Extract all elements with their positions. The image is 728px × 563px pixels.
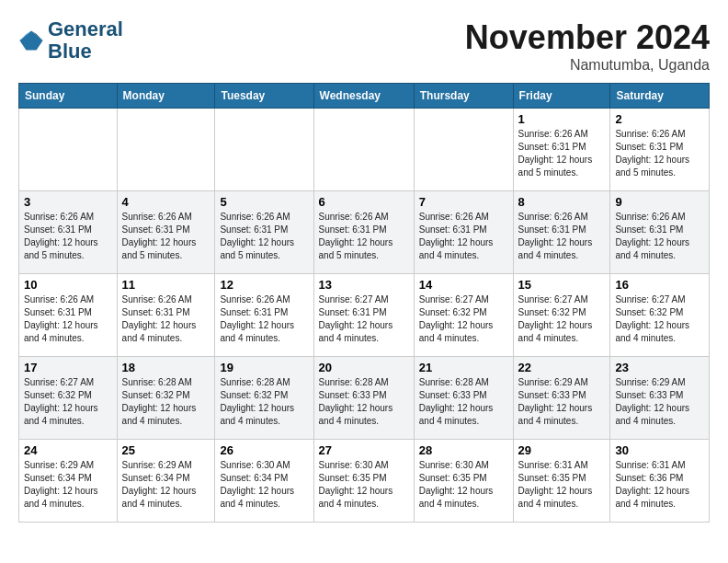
calendar-cell xyxy=(215,109,313,191)
day-number: 24 xyxy=(24,443,112,457)
day-number: 3 xyxy=(24,195,112,209)
day-info: Sunrise: 6:28 AM Sunset: 6:32 PM Dayligh… xyxy=(220,376,308,428)
day-number: 23 xyxy=(615,361,704,374)
calendar-cell: 3Sunrise: 6:26 AM Sunset: 6:31 PM Daylig… xyxy=(19,191,118,274)
day-number: 26 xyxy=(220,443,308,457)
day-number: 9 xyxy=(615,195,704,209)
month-title: November 2024 xyxy=(465,18,710,57)
day-number: 19 xyxy=(220,361,308,374)
calendar-cell: 8Sunrise: 6:26 AM Sunset: 6:31 PM Daylig… xyxy=(513,191,610,274)
day-info: Sunrise: 6:29 AM Sunset: 6:33 PM Dayligh… xyxy=(518,376,606,428)
day-number: 1 xyxy=(518,112,606,126)
calendar-cell: 22Sunrise: 6:29 AM Sunset: 6:33 PM Dayli… xyxy=(513,357,610,440)
calendar-cell: 28Sunrise: 6:30 AM Sunset: 6:35 PM Dayli… xyxy=(414,440,513,523)
day-number: 4 xyxy=(122,195,210,209)
day-info: Sunrise: 6:27 AM Sunset: 6:32 PM Dayligh… xyxy=(615,293,704,345)
day-number: 29 xyxy=(518,443,606,457)
day-info: Sunrise: 6:26 AM Sunset: 6:31 PM Dayligh… xyxy=(518,128,606,179)
day-info: Sunrise: 6:31 AM Sunset: 6:35 PM Dayligh… xyxy=(518,459,606,511)
weekday-header-row: SundayMondayTuesdayWednesdayThursdayFrid… xyxy=(19,84,710,109)
day-number: 17 xyxy=(24,361,112,374)
calendar-cell: 6Sunrise: 6:26 AM Sunset: 6:31 PM Daylig… xyxy=(313,191,414,274)
calendar-cell: 19Sunrise: 6:28 AM Sunset: 6:32 PM Dayli… xyxy=(215,357,313,440)
calendar-cell: 10Sunrise: 6:26 AM Sunset: 6:31 PM Dayli… xyxy=(19,274,118,357)
calendar-cell: 13Sunrise: 6:27 AM Sunset: 6:31 PM Dayli… xyxy=(313,274,414,357)
calendar-cell: 2Sunrise: 6:26 AM Sunset: 6:31 PM Daylig… xyxy=(610,109,710,191)
calendar-cell xyxy=(313,109,414,191)
week-row-4: 17Sunrise: 6:27 AM Sunset: 6:32 PM Dayli… xyxy=(19,357,710,440)
title-section: November 2024 Namutumba, Uganda xyxy=(465,18,710,74)
calendar-cell: 20Sunrise: 6:28 AM Sunset: 6:33 PM Dayli… xyxy=(313,357,414,440)
day-info: Sunrise: 6:29 AM Sunset: 6:34 PM Dayligh… xyxy=(24,459,112,511)
day-info: Sunrise: 6:28 AM Sunset: 6:33 PM Dayligh… xyxy=(419,376,508,428)
day-number: 11 xyxy=(122,278,210,292)
calendar-table: SundayMondayTuesdayWednesdayThursdayFrid… xyxy=(18,83,710,523)
calendar-cell: 15Sunrise: 6:27 AM Sunset: 6:32 PM Dayli… xyxy=(513,274,610,357)
calendar-cell: 24Sunrise: 6:29 AM Sunset: 6:34 PM Dayli… xyxy=(19,440,118,523)
day-number: 5 xyxy=(220,195,308,209)
day-number: 27 xyxy=(319,443,409,457)
day-info: Sunrise: 6:26 AM Sunset: 6:31 PM Dayligh… xyxy=(24,293,112,345)
day-info: Sunrise: 6:28 AM Sunset: 6:33 PM Dayligh… xyxy=(319,376,409,428)
day-number: 21 xyxy=(419,361,508,374)
weekday-header-thursday: Thursday xyxy=(414,84,513,109)
day-info: Sunrise: 6:26 AM Sunset: 6:31 PM Dayligh… xyxy=(24,211,112,262)
day-number: 8 xyxy=(518,195,606,209)
calendar-cell: 25Sunrise: 6:29 AM Sunset: 6:34 PM Dayli… xyxy=(117,440,215,523)
day-info: Sunrise: 6:26 AM Sunset: 6:31 PM Dayligh… xyxy=(615,211,704,262)
svg-marker-0 xyxy=(19,31,42,51)
day-info: Sunrise: 6:28 AM Sunset: 6:32 PM Dayligh… xyxy=(122,376,210,428)
week-row-3: 10Sunrise: 6:26 AM Sunset: 6:31 PM Dayli… xyxy=(19,274,710,357)
weekday-header-tuesday: Tuesday xyxy=(215,84,313,109)
day-info: Sunrise: 6:26 AM Sunset: 6:31 PM Dayligh… xyxy=(122,211,210,262)
day-info: Sunrise: 6:27 AM Sunset: 6:32 PM Dayligh… xyxy=(419,293,508,345)
calendar-cell: 14Sunrise: 6:27 AM Sunset: 6:32 PM Dayli… xyxy=(414,274,513,357)
calendar-cell xyxy=(19,109,118,191)
day-number: 12 xyxy=(220,278,308,292)
week-row-2: 3Sunrise: 6:26 AM Sunset: 6:31 PM Daylig… xyxy=(19,191,710,274)
day-number: 18 xyxy=(122,361,210,374)
day-number: 2 xyxy=(615,112,704,126)
calendar-cell: 23Sunrise: 6:29 AM Sunset: 6:33 PM Dayli… xyxy=(610,357,710,440)
day-info: Sunrise: 6:26 AM Sunset: 6:31 PM Dayligh… xyxy=(518,211,606,262)
calendar-cell: 4Sunrise: 6:26 AM Sunset: 6:31 PM Daylig… xyxy=(117,191,215,274)
day-info: Sunrise: 6:26 AM Sunset: 6:31 PM Dayligh… xyxy=(122,293,210,345)
week-row-1: 1Sunrise: 6:26 AM Sunset: 6:31 PM Daylig… xyxy=(19,109,710,191)
location-title: Namutumba, Uganda xyxy=(465,57,710,74)
calendar-cell: 30Sunrise: 6:31 AM Sunset: 6:36 PM Dayli… xyxy=(610,440,710,523)
day-info: Sunrise: 6:26 AM Sunset: 6:31 PM Dayligh… xyxy=(319,211,409,262)
day-number: 16 xyxy=(615,278,704,292)
day-number: 25 xyxy=(122,443,210,457)
day-info: Sunrise: 6:26 AM Sunset: 6:31 PM Dayligh… xyxy=(419,211,508,262)
day-number: 7 xyxy=(419,195,508,209)
day-number: 15 xyxy=(518,278,606,292)
calendar-cell: 27Sunrise: 6:30 AM Sunset: 6:35 PM Dayli… xyxy=(313,440,414,523)
day-number: 30 xyxy=(615,443,704,457)
week-row-5: 24Sunrise: 6:29 AM Sunset: 6:34 PM Dayli… xyxy=(19,440,710,523)
calendar-cell xyxy=(117,109,215,191)
logo-line1: General xyxy=(48,18,123,40)
weekday-header-monday: Monday xyxy=(117,84,215,109)
day-info: Sunrise: 6:26 AM Sunset: 6:31 PM Dayligh… xyxy=(615,128,704,179)
header: General Blue November 2024 Namutumba, Ug… xyxy=(18,18,710,74)
weekday-header-wednesday: Wednesday xyxy=(313,84,414,109)
weekday-header-friday: Friday xyxy=(513,84,610,109)
calendar-cell: 7Sunrise: 6:26 AM Sunset: 6:31 PM Daylig… xyxy=(414,191,513,274)
calendar-cell: 17Sunrise: 6:27 AM Sunset: 6:32 PM Dayli… xyxy=(19,357,118,440)
day-info: Sunrise: 6:29 AM Sunset: 6:34 PM Dayligh… xyxy=(122,459,210,511)
weekday-header-sunday: Sunday xyxy=(19,84,118,109)
calendar-cell: 9Sunrise: 6:26 AM Sunset: 6:31 PM Daylig… xyxy=(610,191,710,274)
calendar-cell: 21Sunrise: 6:28 AM Sunset: 6:33 PM Dayli… xyxy=(414,357,513,440)
calendar-cell: 1Sunrise: 6:26 AM Sunset: 6:31 PM Daylig… xyxy=(513,109,610,191)
calendar-cell: 12Sunrise: 6:26 AM Sunset: 6:31 PM Dayli… xyxy=(215,274,313,357)
calendar-cell: 16Sunrise: 6:27 AM Sunset: 6:32 PM Dayli… xyxy=(610,274,710,357)
day-info: Sunrise: 6:30 AM Sunset: 6:34 PM Dayligh… xyxy=(220,459,308,511)
day-number: 6 xyxy=(319,195,409,209)
calendar-cell: 11Sunrise: 6:26 AM Sunset: 6:31 PM Dayli… xyxy=(117,274,215,357)
weekday-header-saturday: Saturday xyxy=(610,84,710,109)
day-info: Sunrise: 6:27 AM Sunset: 6:31 PM Dayligh… xyxy=(319,293,409,345)
day-number: 22 xyxy=(518,361,606,374)
logo: General Blue xyxy=(18,18,123,63)
calendar-cell xyxy=(414,109,513,191)
day-info: Sunrise: 6:26 AM Sunset: 6:31 PM Dayligh… xyxy=(220,293,308,345)
